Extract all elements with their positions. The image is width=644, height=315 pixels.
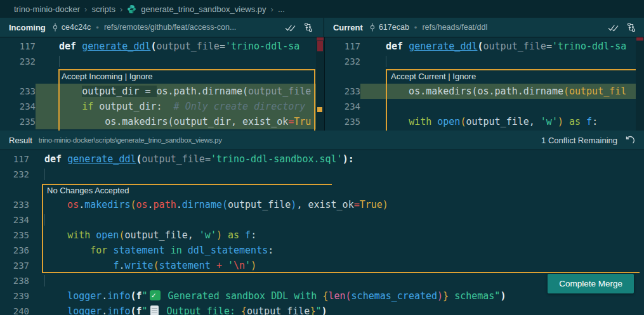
undo-icon[interactable] xyxy=(625,135,635,145)
code-line[interactable]: 240 logger.info(f" Output file: {output_… xyxy=(0,304,644,315)
code-line[interactable]: 117def generate_ddl(output_file='trino-d… xyxy=(0,151,644,167)
code-token: ( xyxy=(136,153,142,165)
breadcrumb-item-folder[interactable]: trino-minio-docker xyxy=(14,4,80,14)
conflict-action-row[interactable]: Accept Incoming | Ignore xyxy=(0,69,324,84)
line-number: 233 xyxy=(0,197,29,212)
code-line[interactable]: 235 os.makedirs(output_dir, exist_ok=Tru xyxy=(0,114,324,129)
code-token: info xyxy=(107,290,130,302)
code-line[interactable]: 234 xyxy=(0,212,644,228)
code-token: f xyxy=(245,229,251,241)
code-token: " xyxy=(142,290,148,302)
code-text: os.makedirs(os.path.dirname(output_file)… xyxy=(29,197,644,212)
pane-headers: Incoming ce4c24c • refs/remotes/github/f… xyxy=(0,18,644,37)
conflict-action-row[interactable]: Accept Current | Ignore xyxy=(325,69,644,84)
code-token: ): xyxy=(343,153,354,165)
code-text xyxy=(360,54,644,69)
code-line[interactable]: 234 xyxy=(325,99,644,114)
current-ref: refs/heads/feat/ddl xyxy=(422,23,487,32)
code-line[interactable]: 232 xyxy=(325,54,644,69)
code-token: = xyxy=(354,199,360,210)
code-token: f xyxy=(136,290,142,302)
code-token: . xyxy=(79,199,84,210)
code-token xyxy=(44,275,51,286)
line-number xyxy=(325,69,360,84)
code-token: dirname xyxy=(182,199,222,210)
current-pane-header: Current 617ecab • refs/heads/feat/ddl xyxy=(324,18,644,37)
conflict-action-row[interactable]: No Changes Accepted xyxy=(0,184,644,197)
code-token: for xyxy=(90,245,113,256)
code-token: os.makedirs(os.path.dirname xyxy=(386,86,563,97)
code-token: ( xyxy=(478,41,483,52)
code-token xyxy=(44,214,51,226)
code-token: ) xyxy=(500,290,506,302)
code-token: = xyxy=(546,41,552,52)
code-token: ) xyxy=(216,229,222,241)
complete-merge-button[interactable]: Complete Merge xyxy=(548,274,634,293)
code-line[interactable]: 234 if output_dir: # Only create directo… xyxy=(0,99,324,114)
top-editors: 117def generate_ddl(output_file='trino-d… xyxy=(0,37,644,131)
code-token: output_file xyxy=(157,41,220,52)
line-number: 117 xyxy=(0,39,36,54)
conflict-action-label[interactable]: Accept Incoming | Ignore xyxy=(62,69,153,84)
code-text: with open(output_file, 'w') as f: xyxy=(29,228,644,243)
line-number: 232 xyxy=(0,54,36,69)
code-line[interactable]: 237 f.write(statement + '\n') xyxy=(0,258,644,273)
code-token: Output file: xyxy=(161,305,241,315)
code-text: with open(output_file, 'w') as f: xyxy=(360,114,644,129)
code-token: Tru xyxy=(294,116,311,127)
code-token xyxy=(386,116,409,127)
code-token: output_file, xyxy=(124,229,199,241)
breadcrumb-item-symbol[interactable]: ... xyxy=(278,4,285,14)
merge-editor: trino-minio-docker › scripts › generate_… xyxy=(0,0,644,315)
overview-ruler[interactable] xyxy=(636,37,644,131)
code-token xyxy=(44,169,51,180)
code-line[interactable]: 232 xyxy=(0,167,644,182)
code-token: len xyxy=(328,290,345,302)
code-token: } xyxy=(443,290,449,302)
incoming-pane-header: Incoming ce4c24c • refs/remotes/github/f… xyxy=(0,18,324,37)
code-token: 'trino-ddl-sandbox.sql' xyxy=(211,153,343,165)
incoming-editor[interactable]: 117def generate_ddl(output_file='trino-d… xyxy=(0,37,325,131)
code-line[interactable]: 117def generate_ddl(output_file='trino-d… xyxy=(0,39,324,54)
line-number: 238 xyxy=(0,273,29,288)
current-editor[interactable]: 117def generate_ddl(output_file='trino-d… xyxy=(325,37,644,131)
code-token: ( xyxy=(151,41,157,52)
code-token: Generated sandbox DDL with xyxy=(162,290,323,302)
ruler-delete-mark xyxy=(636,37,643,41)
code-line[interactable]: 236 for statement in ddl_statements: xyxy=(0,243,644,258)
code-token: in xyxy=(171,245,188,256)
accept-all-icon[interactable] xyxy=(608,23,619,32)
compare-changes-icon[interactable] xyxy=(303,22,313,32)
code-line[interactable]: 233 output_dir = os.path.dirname(output_… xyxy=(0,84,324,99)
code-token: output_dir = xyxy=(82,86,156,97)
code-token: write xyxy=(124,260,153,271)
code-line[interactable]: 235 with open(output_file, 'w') as f: xyxy=(325,114,644,129)
code-token: ) xyxy=(437,290,443,302)
code-token: path xyxy=(154,199,176,210)
compare-changes-icon[interactable] xyxy=(626,22,636,32)
code-token: 'trino-ddl-sa xyxy=(552,41,626,52)
code-line[interactable]: 235 with open(output_file, 'w') as f: xyxy=(0,228,644,243)
code-token: \n xyxy=(233,260,245,271)
code-line[interactable]: 233 os.makedirs(os.path.dirname(output_f… xyxy=(0,197,644,212)
git-commit-icon xyxy=(51,23,60,32)
breadcrumb-item-file[interactable]: generate_trino_sandbox_views.py xyxy=(141,4,266,14)
code-token: def xyxy=(59,41,82,52)
code-token: output_file xyxy=(248,86,311,97)
code-line[interactable]: 117def generate_ddl(output_file='trino-d… xyxy=(325,39,644,54)
code-token: with xyxy=(409,116,437,127)
breadcrumb-item-subfolder[interactable]: scripts xyxy=(91,4,115,14)
incoming-title: Incoming xyxy=(9,23,46,32)
code-line[interactable]: 232 xyxy=(0,54,324,69)
separator-dot: • xyxy=(414,23,417,32)
ruler-delete-mark xyxy=(317,37,324,41)
overview-ruler[interactable] xyxy=(316,37,324,131)
code-text: logger.info(f" Output file: {output_file… xyxy=(29,304,644,315)
chevron-right-icon: › xyxy=(271,4,273,14)
code-token: ) xyxy=(383,199,388,210)
accept-all-icon[interactable] xyxy=(285,23,296,32)
conflict-action-label[interactable]: Accept Current | Ignore xyxy=(391,69,476,84)
code-token: output_file xyxy=(247,305,310,315)
code-line[interactable]: 233 os.makedirs(os.path.dirname(output_f… xyxy=(325,84,644,99)
python-icon xyxy=(127,4,136,14)
